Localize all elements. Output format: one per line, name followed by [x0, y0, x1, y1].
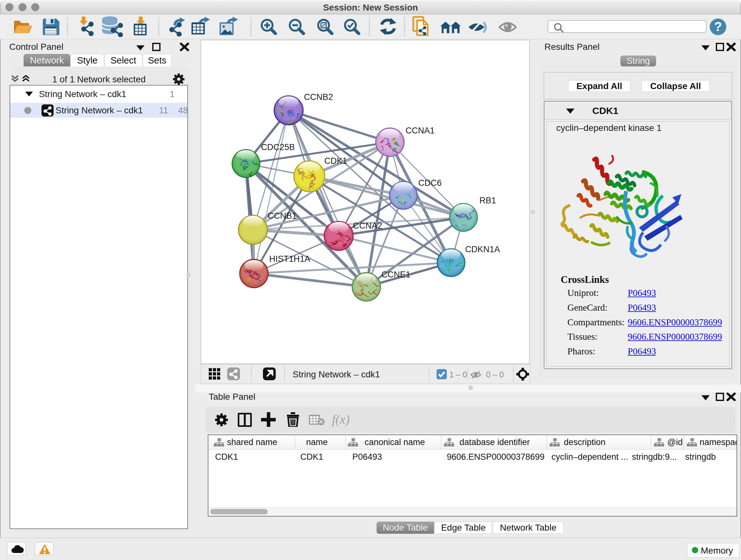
svg-text:CDC25B: CDC25B — [261, 142, 295, 152]
svg-text:CCNE1: CCNE1 — [381, 270, 410, 279]
svg-text:RB1: RB1 — [479, 196, 496, 205]
svg-text:CDKN1A: CDKN1A — [465, 245, 500, 254]
svg-text:CCNA2: CCNA2 — [353, 221, 382, 231]
svg-text:CDC6: CDC6 — [418, 178, 442, 188]
svg-text:CCNB1: CCNB1 — [268, 211, 297, 221]
svg-text:?: ? — [714, 19, 722, 34]
svg-text:HIST1H1A: HIST1H1A — [269, 254, 311, 264]
svg-text:CCNB2: CCNB2 — [304, 92, 333, 102]
svg-text:CDK1: CDK1 — [324, 156, 347, 166]
svg-text:CCNA1: CCNA1 — [406, 126, 434, 135]
